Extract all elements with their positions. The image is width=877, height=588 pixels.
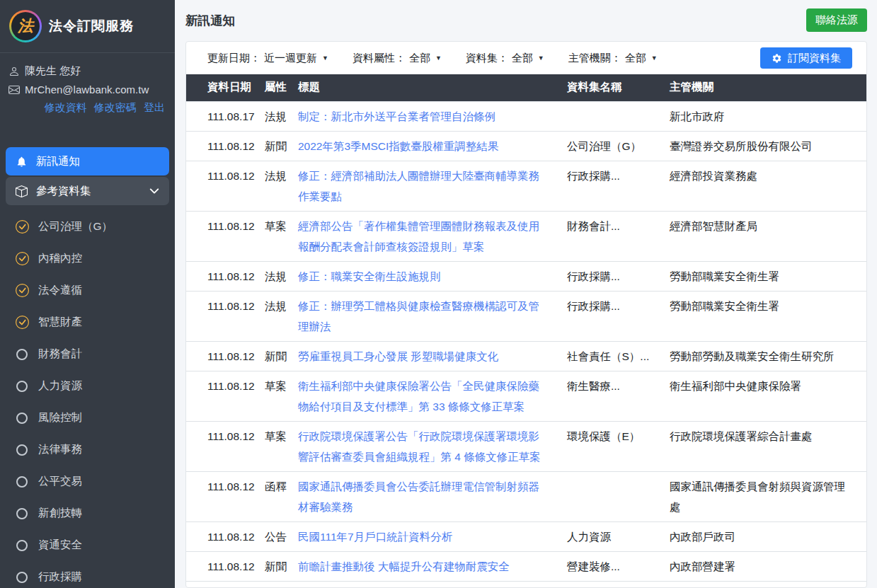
sidebar-subitem-label: 公司治理（G） xyxy=(38,219,113,234)
news-title-link[interactable]: 前瞻計畫推動後 大幅提升公有建物耐震安全 xyxy=(298,560,510,572)
cell-date: 111.08.12 xyxy=(186,131,265,161)
news-title-link[interactable]: 制定：新北市外送平台業者管理自治條例 xyxy=(298,110,495,122)
filter-dropdown[interactable]: 資料屬性： 全部 ▼ xyxy=(352,52,442,65)
person-icon xyxy=(8,66,20,77)
check-circle-icon xyxy=(16,316,29,329)
user-action-link[interactable]: 修改資料 xyxy=(45,101,87,113)
cell-agency: 臺灣證券交易所股份有限公司 xyxy=(670,131,866,161)
news-title-link[interactable]: 勞雇重視員工身心發展 形塑職場健康文化 xyxy=(298,350,498,362)
table-row: 111.08.12 函釋 國家通訊傳播委員會公告委託辦理電信管制射頻器材審驗業務… xyxy=(186,471,866,521)
sidebar-subitem[interactable]: 風險控制 xyxy=(6,402,169,434)
sidebar-subitem[interactable]: 智慧財產 xyxy=(6,306,169,338)
sidebar-subitem[interactable]: 行政採購 xyxy=(6,561,169,588)
sidebar-subitem[interactable]: 公司治理（G） xyxy=(6,211,169,243)
table-row: 111.08.12 法規 修正：辦理勞工體格與健康檢查醫療機構認可及管理辦法 行… xyxy=(186,291,866,341)
circle-icon xyxy=(16,381,28,392)
cell-dataset: 人力資源 xyxy=(567,521,670,551)
cell-agency: 國立臺灣圖書館 xyxy=(670,581,866,588)
news-title-link[interactable]: 修正：經濟部補助法人團體辦理大陸臺商輔導業務作業要點 xyxy=(298,170,539,202)
news-title-link[interactable]: 民國111年7月戶口統計資料分析 xyxy=(298,531,452,543)
sidebar-subitem[interactable]: 內稽內控 xyxy=(6,243,169,275)
table-header-row: 資料日期 屬性 標題 資料集名稱 主管機關 xyxy=(186,74,866,101)
user-email-row: MrChen@lawbank.com.tw xyxy=(8,83,165,96)
sidebar-subitem-label: 行政採購 xyxy=(38,570,82,584)
cell-date: 111.08.12 xyxy=(186,261,265,291)
cell-dataset: 行政採購... xyxy=(567,261,670,291)
subscribe-datasets-button[interactable]: 訂閱資料集 xyxy=(760,47,852,69)
filter-dropdown[interactable]: 更新日期： 近一週更新 ▼ xyxy=(207,52,328,65)
cell-dataset: 財務會計... xyxy=(567,211,670,261)
news-title-link[interactable]: 經濟部公告「著作權集體管理團體財務報表及使用報酬分配表會計師查核簽證規則」草案 xyxy=(298,220,539,253)
table-row: 111.08.12 法規 修正：職業安全衛生設施規則 行政採購... 勞動部職業… xyxy=(186,261,866,291)
caret-down-icon: ▼ xyxy=(538,54,544,62)
filter-dropdown[interactable]: 主管機關： 全部 ▼ xyxy=(568,52,658,65)
contact-lawsource-button[interactable]: 聯絡法源 xyxy=(806,8,867,32)
filter-selected-value: 全部 xyxy=(409,52,430,65)
cell-date: 111.08.12 xyxy=(186,211,265,261)
check-circle-icon xyxy=(16,284,29,297)
cell-agency: 內政部戶政司 xyxy=(670,521,866,551)
news-title-link[interactable]: 國家通訊傳播委員會公告委託辦理電信管制射頻器材審驗業務 xyxy=(298,480,539,513)
box-icon xyxy=(16,185,28,197)
cell-date: 111.08.12 xyxy=(186,371,265,421)
news-title-link[interactable]: 修正：辦理勞工體格與健康檢查醫療機構認可及管理辦法 xyxy=(298,300,539,333)
sidebar-subitem[interactable]: 公平交易 xyxy=(6,466,169,497)
circle-icon xyxy=(16,540,28,551)
sidebar-subitem-label: 內稽內控 xyxy=(38,251,82,266)
sidebar-subitem[interactable]: 新創技轉 xyxy=(6,497,169,529)
news-title-link[interactable]: 2022年第3季MSCI指數臺股權重調整結果 xyxy=(298,140,498,152)
main-content: 新訊通知 聯絡法源 更新日期： 近一週更新 ▼ 資料屬性： 全部 ▼ 資料集： … xyxy=(175,0,877,588)
cell-date: 111.08.12 xyxy=(186,421,265,471)
cell-dataset xyxy=(567,101,670,131)
sidebar-subitem-label: 人力資源 xyxy=(38,379,82,393)
table-row: 111.08.12 公告 民國111年7月戶口統計資料分析 人力資源 內政部戶政… xyxy=(186,521,866,551)
col-header-date: 資料日期 xyxy=(186,74,265,101)
cell-agency: 勞動部職業安全衛生署 xyxy=(670,261,866,291)
caret-down-icon: ▼ xyxy=(322,54,328,62)
cell-attr: 函釋 xyxy=(265,471,298,521)
brand-header: 法 法令訂閱服務 xyxy=(0,0,175,53)
chevron-down-icon xyxy=(149,186,159,196)
filter-dropdown[interactable]: 資料集： 全部 ▼ xyxy=(466,52,544,65)
cell-dataset: 營建裝修... xyxy=(567,551,670,581)
sidebar-item-news[interactable]: 新訊通知 xyxy=(6,147,169,175)
check-circle-icon xyxy=(16,252,29,265)
cell-date: 111.08.12 xyxy=(186,471,265,521)
cell-attr: 法規 xyxy=(265,291,298,341)
user-action-link[interactable]: 登出 xyxy=(144,101,165,113)
user-action-link[interactable]: 修改密碼 xyxy=(94,101,137,113)
cell-dataset: 公司治理（G） xyxy=(567,131,670,161)
cell-dataset xyxy=(567,471,670,521)
check-circle-icon xyxy=(16,220,29,234)
app-title: 法令訂閱服務 xyxy=(49,17,134,35)
bell-icon xyxy=(16,156,28,168)
sidebar-subitem-label: 智慧財產 xyxy=(38,315,82,330)
cell-attr: 法規 xyxy=(265,261,298,291)
table-row: 111.08.12 法規 修正：國立臺灣圖書館陽明山中山樓參觀門票收費標準 國立… xyxy=(186,581,866,588)
cell-date: 111.08.12 xyxy=(186,341,265,371)
filter-label: 主管機關： xyxy=(568,52,621,65)
cell-date: 111.08.17 xyxy=(186,101,265,131)
sidebar-subitem[interactable]: 人力資源 xyxy=(6,370,169,402)
sidebar-subitem[interactable]: 法令遵循 xyxy=(6,275,169,306)
table-row: 111.08.12 法規 修正：經濟部補助法人團體辦理大陸臺商輔導業務作業要點 … xyxy=(186,161,866,211)
cell-agency: 行政院環境保護署綜合計畫處 xyxy=(670,421,866,471)
sidebar-subitem[interactable]: 財務會計 xyxy=(6,338,169,370)
cell-dataset xyxy=(567,581,670,588)
news-title-link[interactable]: 修正：職業安全衛生設施規則 xyxy=(298,270,441,282)
news-title-link[interactable]: 衛生福利部中央健康保險署公告「全民健康保險藥物給付項目及支付標準」第 33 條條… xyxy=(298,380,539,413)
filter-bar: 更新日期： 近一週更新 ▼ 資料屬性： 全部 ▼ 資料集： 全部 ▼ 主管機關：… xyxy=(186,42,866,74)
cell-date: 111.08.12 xyxy=(186,521,265,551)
sidebar-submenu: 公司治理（G） 內稽內控 法令遵循 智慧財產 財務會計 人力資源 風險控制 法律… xyxy=(6,211,169,588)
sidebar-subitem-label: 財務會計 xyxy=(38,347,82,362)
sidebar-subitem[interactable]: 法律事務 xyxy=(6,434,169,466)
col-header-title: 標題 xyxy=(298,74,567,101)
news-title-link[interactable]: 行政院環境保護署公告「行政院環境保護署環境影響評估審查委員會組織規程」第 4 條… xyxy=(298,430,541,463)
circle-icon xyxy=(16,476,28,488)
cell-dataset: 社會責任（S）... xyxy=(567,341,670,371)
col-header-agency: 主管機關 xyxy=(670,74,866,101)
sidebar-subitem[interactable]: 資通安全 xyxy=(6,529,169,561)
cell-dataset: 衛生醫療... xyxy=(567,371,670,421)
cell-date: 111.08.12 xyxy=(186,161,265,211)
sidebar-item-datasets[interactable]: 參考資料集 xyxy=(6,177,169,205)
